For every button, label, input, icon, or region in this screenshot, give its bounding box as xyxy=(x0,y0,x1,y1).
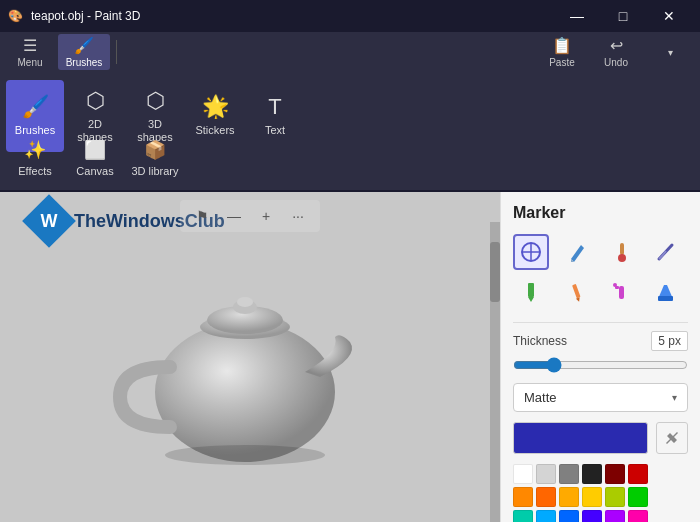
brushes-ribbon-icon: 🖌️ xyxy=(22,94,49,120)
brushes-icon: 🖌️ xyxy=(74,36,94,55)
swatch-orange[interactable] xyxy=(513,487,533,507)
svg-point-10 xyxy=(618,254,626,262)
ribbon-canvas[interactable]: ⬜ Canvas xyxy=(66,132,124,184)
canvas-toolbar: ⚑ — + ··· xyxy=(180,200,320,232)
brush-pen1[interactable] xyxy=(558,234,594,270)
effects-icon: ✨ xyxy=(24,139,46,161)
canvas-label: Canvas xyxy=(76,165,113,177)
brushes-button[interactable]: 🖌️ Brushes xyxy=(58,34,110,70)
dropdown-button[interactable]: ▾ xyxy=(644,34,696,70)
menu-label: Menu xyxy=(17,57,42,68)
swatch-white[interactable] xyxy=(513,464,533,484)
divider1 xyxy=(513,322,688,323)
svg-point-5 xyxy=(165,445,325,465)
color-preview-row xyxy=(513,422,688,454)
canvas-scrollbar[interactable] xyxy=(490,222,500,522)
brush-calligraphy[interactable] xyxy=(647,234,683,270)
swatch-red[interactable] xyxy=(628,464,648,484)
effects-label: Effects xyxy=(18,165,51,177)
ribbon-3dlibrary[interactable]: 📦 3D library xyxy=(126,132,184,184)
material-label: Matte xyxy=(524,390,557,405)
zoom-in-button[interactable]: + xyxy=(254,204,278,228)
ribbon: 🖌️ Brushes ⬡ 2D shapes ⬡ 3D shapes 🌟 Sti… xyxy=(0,72,700,192)
ribbon-row2: ✨ Effects ⬜ Canvas 📦 3D library xyxy=(6,132,184,184)
dropdown-icon: ▾ xyxy=(668,47,673,58)
toolbar: ☰ Menu 🖌️ Brushes 📋 Paste ↩ Undo ▾ xyxy=(0,32,700,72)
library-icon: 📦 xyxy=(144,139,166,161)
swatch-teal[interactable] xyxy=(513,510,533,522)
swatch-row-1 xyxy=(513,464,688,484)
ribbon-text[interactable]: T Text xyxy=(246,80,304,152)
titlebar-title: teapot.obj - Paint 3D xyxy=(23,9,554,23)
material-row[interactable]: Matte ▾ xyxy=(513,383,688,412)
swatch-darkblue[interactable] xyxy=(582,510,602,522)
swatch-yellow[interactable] xyxy=(582,487,602,507)
swatch-blue[interactable] xyxy=(559,510,579,522)
zoom-out-button[interactable]: — xyxy=(222,204,246,228)
chevron-down-icon: ▾ xyxy=(672,392,677,403)
brush-grid xyxy=(513,234,688,310)
stickers-icon: 🌟 xyxy=(202,94,229,120)
thickness-label: Thickness xyxy=(513,334,567,348)
stickers-label: Stickers xyxy=(195,124,234,137)
flag-button[interactable]: ⚑ xyxy=(190,204,214,228)
brush-paintbrush[interactable] xyxy=(603,234,639,270)
undo-label: Undo xyxy=(604,57,628,68)
swatch-lightblue[interactable] xyxy=(536,510,556,522)
svg-rect-13 xyxy=(619,286,624,299)
swatch-green[interactable] xyxy=(628,487,648,507)
svg-point-15 xyxy=(613,283,617,287)
svg-rect-12 xyxy=(572,284,581,299)
swatch-darkorange[interactable] xyxy=(536,487,556,507)
svg-rect-11 xyxy=(528,283,534,297)
toolbar-right: 📋 Paste ↩ Undo ▾ xyxy=(536,34,696,70)
titlebar: 🎨 teapot.obj - Paint 3D — □ ✕ xyxy=(0,0,700,32)
library-label: 3D library xyxy=(131,165,178,177)
titlebar-controls: — □ ✕ xyxy=(554,0,692,32)
canvas-icon: ⬜ xyxy=(84,139,106,161)
minimize-button[interactable]: — xyxy=(554,0,600,32)
text-ribbon-label: Text xyxy=(265,124,285,137)
watermark-logo-letter: W xyxy=(41,211,58,232)
swatch-gray[interactable] xyxy=(559,464,579,484)
thickness-value: 5 px xyxy=(651,331,688,351)
menu-button[interactable]: ☰ Menu xyxy=(4,34,56,70)
undo-button[interactable]: ↩ Undo xyxy=(590,34,642,70)
swatch-pink[interactable] xyxy=(628,510,648,522)
brush-spray[interactable] xyxy=(603,274,639,310)
svg-point-0 xyxy=(155,322,335,462)
paste-label: Paste xyxy=(549,57,575,68)
swatches-container xyxy=(513,464,688,522)
canvas-area[interactable]: ⚑ — + ··· W TheWindowsClub xyxy=(0,192,500,522)
swatch-black[interactable] xyxy=(582,464,602,484)
panel-title: Marker xyxy=(513,204,688,222)
ribbon-stickers[interactable]: 🌟 Stickers xyxy=(186,80,244,152)
maximize-button[interactable]: □ xyxy=(600,0,646,32)
swatch-purple[interactable] xyxy=(605,510,625,522)
swatch-lightgray[interactable] xyxy=(536,464,556,484)
scrollbar-thumb[interactable] xyxy=(490,242,500,302)
swatch-darkred[interactable] xyxy=(605,464,625,484)
brush-fill[interactable] xyxy=(647,274,683,310)
shapes3d-icon: ⬡ xyxy=(146,88,165,114)
paste-button[interactable]: 📋 Paste xyxy=(536,34,588,70)
eyedropper-button[interactable] xyxy=(656,422,688,454)
brush-pencil[interactable] xyxy=(558,274,594,310)
brush-marker[interactable] xyxy=(513,274,549,310)
teapot-svg xyxy=(90,237,410,477)
svg-rect-16 xyxy=(658,296,673,301)
thickness-slider[interactable] xyxy=(513,357,688,373)
menu-icon: ☰ xyxy=(23,36,37,55)
swatch-lime[interactable] xyxy=(605,487,625,507)
right-panel: Marker xyxy=(500,192,700,522)
ribbon-effects[interactable]: ✨ Effects xyxy=(6,132,64,184)
brush-compass[interactable] xyxy=(513,234,549,270)
undo-icon: ↩ xyxy=(610,36,623,55)
color-preview-box[interactable] xyxy=(513,422,648,454)
more-options-button[interactable]: ··· xyxy=(286,204,310,228)
close-button[interactable]: ✕ xyxy=(646,0,692,32)
swatch-amber[interactable] xyxy=(559,487,579,507)
watermark-logo-diamond: W xyxy=(22,194,76,248)
thickness-row: Thickness 5 px xyxy=(513,331,688,351)
brushes-label: Brushes xyxy=(66,57,103,68)
